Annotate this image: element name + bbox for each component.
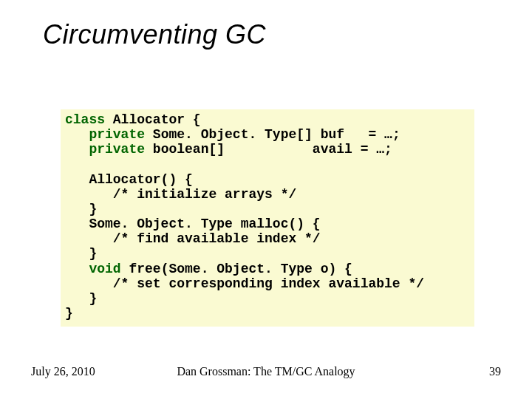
code-text: /* find available index */	[65, 231, 321, 246]
kw-private: private	[65, 142, 145, 157]
code-text: }	[65, 246, 97, 261]
code-text: }	[65, 306, 73, 321]
footer-page-number: 39	[489, 365, 501, 378]
code-text: Allocator {	[105, 112, 201, 127]
code-text: boolean[] avail = …;	[145, 142, 392, 157]
kw-private: private	[65, 127, 145, 142]
code-text: /* set corresponding index available */	[65, 276, 424, 291]
footer-author-title: Dan Grossman: The TM/GC Analogy	[0, 365, 532, 378]
code-example-box: class Allocator { private Some. Object. …	[61, 109, 474, 327]
code-text: Allocator() {	[65, 172, 193, 187]
kw-void: void	[65, 262, 121, 276]
kw-class: class	[65, 112, 105, 127]
slide-title: Circumventing GC	[43, 19, 266, 50]
slide: Circumventing GC class Allocator { priva…	[0, 0, 532, 399]
code-text: Some. Object. Type malloc() {	[65, 216, 336, 231]
code-text: Some. Object. Type[] buf = …;	[145, 127, 400, 142]
code-text: }	[65, 291, 97, 306]
code-text: /* initialize arrays */	[65, 187, 296, 202]
code-text: free(Some. Object. Type o) {	[121, 262, 352, 276]
code-block: class Allocator { private Some. Object. …	[65, 112, 470, 321]
code-text: }	[65, 202, 97, 216]
